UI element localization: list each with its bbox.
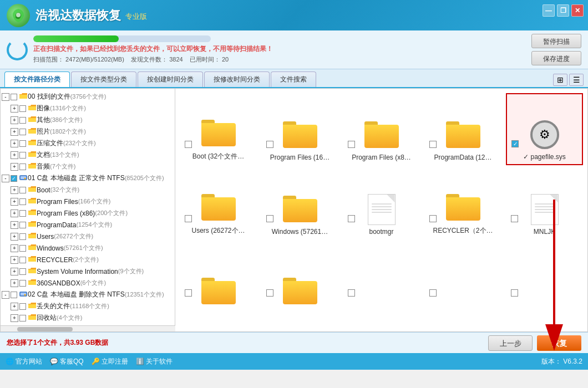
file-item[interactable] xyxy=(180,242,257,314)
tree-item[interactable]: +Boot (32个文件) xyxy=(1,184,175,196)
tree-check-box[interactable] xyxy=(19,140,26,147)
tree-expand-icon[interactable]: + xyxy=(11,140,18,147)
tree-expand-icon[interactable]: + xyxy=(11,221,18,229)
tab-modify[interactable]: 按修改时间分类 xyxy=(204,72,270,87)
file-item[interactable]: Program Files (16… xyxy=(261,93,338,165)
tree-item[interactable]: +回收站 (4个文件) xyxy=(1,312,175,324)
tree-item[interactable]: +图像 (1316个文件) xyxy=(1,103,175,114)
tree-expand-icon[interactable]: + xyxy=(11,256,18,264)
restore-button[interactable]: ❐ xyxy=(557,4,569,17)
file-item[interactable] xyxy=(261,242,338,314)
tree-expand-icon[interactable]: + xyxy=(11,314,18,322)
back-button[interactable]: 上一步 xyxy=(488,335,533,351)
tree-expand-icon[interactable]: + xyxy=(11,268,18,275)
file-check-box[interactable]: ✓ xyxy=(511,140,519,147)
tree-expand-icon[interactable]: + xyxy=(11,163,18,171)
tree-check-box[interactable] xyxy=(11,292,17,298)
tab-search[interactable]: 文件搜索 xyxy=(271,72,316,87)
file-check-box[interactable] xyxy=(185,289,192,297)
file-item[interactable]: Boot (32个文件… xyxy=(180,93,257,165)
tab-path[interactable]: 按文件路径分类 xyxy=(4,72,70,87)
tree-item[interactable]: +ProgramData (1254个文件) xyxy=(1,219,175,231)
file-check-box[interactable] xyxy=(266,215,273,222)
close-button[interactable]: ✕ xyxy=(571,4,584,17)
tree-item[interactable]: +360SANDBOX (6个文件) xyxy=(1,277,175,289)
tab-type[interactable]: 按文件类型分类 xyxy=(71,72,136,87)
file-check-box[interactable] xyxy=(348,215,355,222)
tree-check-box[interactable] xyxy=(19,303,26,310)
tree-item[interactable]: +System Volume Information (9个文件) xyxy=(1,266,175,277)
tree-check-box[interactable] xyxy=(19,257,26,263)
tree-expand-icon[interactable]: + xyxy=(11,116,18,124)
tree-expand-icon[interactable]: + xyxy=(11,303,18,310)
grid-view-button[interactable]: ⊞ xyxy=(553,74,567,86)
tab-create[interactable]: 按创建时间分类 xyxy=(138,72,203,87)
tree-expand-icon[interactable]: - xyxy=(2,291,9,299)
tree-item[interactable]: +Program Files (166个文件) xyxy=(1,196,175,207)
tree-check-box[interactable] xyxy=(19,105,26,112)
tree-expand-icon[interactable]: + xyxy=(11,151,18,159)
pause-scan-button[interactable]: 暂停扫描 xyxy=(531,34,581,48)
tree-horizontal-scrollbar[interactable] xyxy=(1,325,175,331)
file-item[interactable]: bootmgr xyxy=(343,167,420,239)
tree-item[interactable]: +丢失的文件 (11168个文件) xyxy=(1,300,175,312)
file-item[interactable] xyxy=(506,242,583,314)
tree-check-box[interactable] xyxy=(19,245,26,252)
tree-item[interactable]: +Program Files (x86) (200个文件) xyxy=(1,207,175,219)
file-check-box[interactable] xyxy=(429,141,437,148)
file-check-box[interactable] xyxy=(266,141,273,148)
file-check-box[interactable] xyxy=(348,141,355,148)
save-progress-button[interactable]: 保存进度 xyxy=(531,51,581,65)
tree-item[interactable]: +Windows (57261个文件) xyxy=(1,242,175,254)
tree-check-box[interactable] xyxy=(19,315,26,321)
tree-expand-icon[interactable]: + xyxy=(11,210,18,217)
tree-expand-icon[interactable]: + xyxy=(11,279,18,287)
file-check-box[interactable] xyxy=(266,289,273,297)
tree-item[interactable]: +音频 (7个文件) xyxy=(1,161,175,172)
file-item[interactable]: Users (26272个… xyxy=(180,167,257,239)
file-item[interactable]: Windows (57261… xyxy=(261,167,338,239)
recover-button[interactable]: 恢复 xyxy=(537,335,581,351)
footer-link[interactable]: 🌐官方网站 xyxy=(6,357,42,366)
tree-item[interactable]: +压缩文件 (232个文件) xyxy=(1,137,175,149)
tree-item[interactable]: +照片 (1802个文件) xyxy=(1,126,175,137)
tree-check-box[interactable] xyxy=(19,233,26,240)
footer-link[interactable]: ℹ️关于软件 xyxy=(136,357,173,366)
file-item[interactable]: MNLJK xyxy=(506,167,583,239)
file-check-box[interactable] xyxy=(185,215,192,222)
file-check-box[interactable] xyxy=(185,141,192,148)
tree-expand-icon[interactable]: - xyxy=(2,93,9,101)
tree-expand-icon[interactable]: + xyxy=(11,244,18,252)
tree-check-box[interactable] xyxy=(19,164,26,170)
file-item[interactable]: ProgramData (12… xyxy=(424,93,501,165)
file-item[interactable] xyxy=(424,242,501,314)
tree-expand-icon[interactable]: + xyxy=(11,198,18,206)
tree-expand-icon[interactable]: - xyxy=(2,175,9,182)
tree-check-box[interactable]: ✓ xyxy=(11,175,17,182)
tree-check-box[interactable] xyxy=(19,152,26,159)
tree-expand-icon[interactable]: + xyxy=(11,186,18,194)
tree-check-box[interactable] xyxy=(19,198,26,205)
tree-expand-icon[interactable]: + xyxy=(11,128,18,136)
tree-check-box[interactable] xyxy=(19,222,26,228)
tree-check-box[interactable] xyxy=(19,187,26,193)
tree-item[interactable]: -✓01 C盘 本地磁盘 正常文件 NTFS (85205个文件) xyxy=(1,172,175,184)
tree-item[interactable]: +RECYCLER (2个文件) xyxy=(1,254,175,266)
tree-expand-icon[interactable]: + xyxy=(11,105,18,113)
file-check-box[interactable] xyxy=(511,215,518,222)
file-check-box[interactable] xyxy=(511,289,518,297)
tree-item[interactable]: +Users (26272个文件) xyxy=(1,231,175,242)
list-view-button[interactable]: ☰ xyxy=(569,74,584,86)
file-item[interactable]: ⚙✓✓ pagefile.sys xyxy=(506,93,583,165)
tree-item[interactable]: +文档 (13个文件) xyxy=(1,149,175,161)
file-check-box[interactable] xyxy=(348,289,355,297)
tree-check-box[interactable] xyxy=(19,129,26,135)
file-item[interactable] xyxy=(343,242,420,314)
minimize-button[interactable]: — xyxy=(543,4,555,17)
tree-item[interactable]: -02 C盘 本地磁盘 删除文件 NTFS (12351个文件) xyxy=(1,289,175,300)
tree-check-box[interactable] xyxy=(19,268,26,275)
tree-item[interactable]: -00 找到的文件 (3756个文件) xyxy=(1,91,175,103)
file-check-box[interactable] xyxy=(429,289,437,297)
footer-link[interactable]: 🔑立即注册 xyxy=(92,357,128,366)
tree-expand-icon[interactable]: + xyxy=(11,233,18,241)
